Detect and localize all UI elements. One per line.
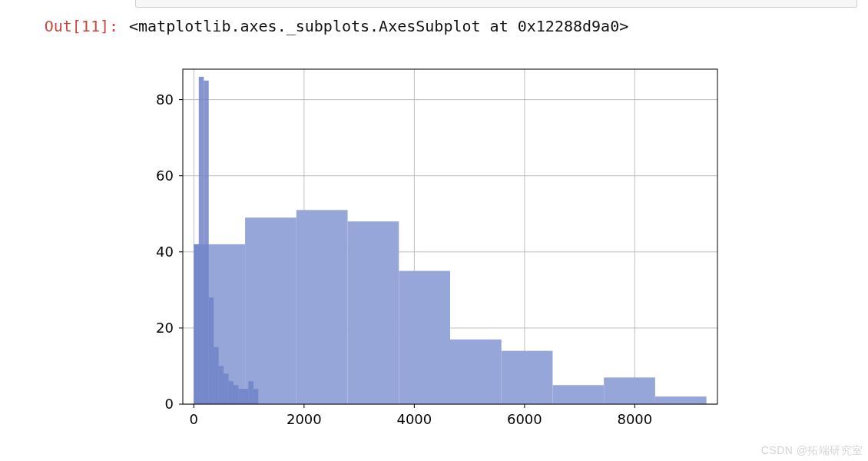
- svg-text:4000: 4000: [396, 411, 432, 427]
- svg-rect-21: [199, 77, 204, 404]
- svg-rect-23: [209, 297, 214, 404]
- svg-text:60: 60: [156, 167, 174, 184]
- svg-rect-15: [450, 340, 502, 404]
- svg-rect-32: [253, 389, 258, 404]
- svg-text:0: 0: [165, 396, 174, 412]
- svg-rect-29: [238, 389, 243, 404]
- output-row: Out[11]: <matplotlib.axes._subplots.Axes…: [0, 17, 868, 35]
- svg-rect-11: [245, 217, 297, 404]
- svg-rect-22: [204, 81, 208, 404]
- svg-text:80: 80: [156, 91, 174, 108]
- svg-rect-17: [552, 385, 604, 404]
- svg-rect-18: [604, 377, 655, 404]
- svg-rect-12: [297, 210, 348, 404]
- svg-text:6000: 6000: [507, 411, 542, 427]
- svg-rect-19: [655, 396, 707, 404]
- svg-rect-31: [248, 381, 253, 404]
- output-prompt: Out[11]:: [0, 17, 129, 35]
- svg-rect-14: [399, 271, 450, 404]
- chart-svg: 02000400060008000020406080: [135, 60, 727, 441]
- svg-rect-25: [219, 366, 224, 404]
- watermark-text: CSDN @拓端研究室: [761, 444, 863, 458]
- svg-rect-24: [214, 347, 218, 404]
- svg-rect-30: [244, 389, 248, 404]
- svg-text:40: 40: [156, 244, 174, 260]
- svg-rect-20: [194, 244, 198, 404]
- cell-input-collapsed-border: [135, 0, 857, 8]
- svg-rect-16: [502, 351, 553, 404]
- svg-rect-27: [229, 381, 234, 404]
- svg-text:8000: 8000: [617, 411, 652, 427]
- histogram-chart: 02000400060008000020406080: [135, 60, 727, 441]
- svg-text:0: 0: [190, 411, 198, 427]
- svg-rect-26: [224, 373, 228, 404]
- svg-text:20: 20: [156, 320, 174, 336]
- output-repr-text: <matplotlib.axes._subplots.AxesSubplot a…: [129, 17, 628, 35]
- svg-text:2000: 2000: [287, 411, 322, 427]
- svg-rect-28: [234, 385, 238, 404]
- svg-rect-13: [348, 221, 399, 404]
